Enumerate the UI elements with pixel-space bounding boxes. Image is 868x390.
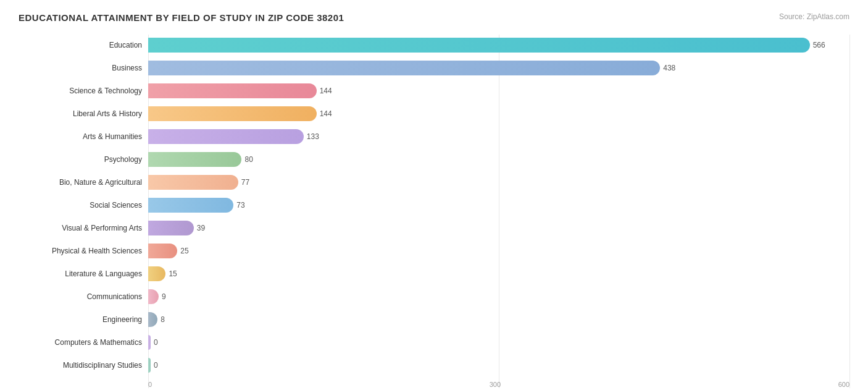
bar-label: Psychology <box>19 155 148 164</box>
bar-area: 144 <box>148 105 849 122</box>
bar-area: 144 <box>148 82 849 100</box>
bar-fill: 80 <box>148 152 241 167</box>
bar-fill: 25 <box>148 244 177 258</box>
chart-wrapper: Education566Business438Science & Technol… <box>19 35 849 388</box>
bar-label: Engineering <box>19 315 148 324</box>
bar-label: Computers & Mathematics <box>19 338 148 347</box>
bar-area: 133 <box>148 128 849 145</box>
bar-value-label: 133 <box>307 132 319 141</box>
axis-label-600: 600 <box>838 381 849 388</box>
bar-value-label: 39 <box>197 224 205 232</box>
bar-fill: 9 <box>148 289 159 304</box>
bar-label: Physical & Health Sciences <box>19 247 148 255</box>
bar-area: 77 <box>148 174 849 191</box>
bar-label: Liberal Arts & History <box>19 109 148 118</box>
bar-area: 15 <box>148 265 849 282</box>
axis-label-0: 0 <box>148 381 152 388</box>
bar-area: 0 <box>148 357 849 374</box>
bar-row: Business438 <box>19 57 849 78</box>
bar-row: Communications9 <box>19 286 849 307</box>
bar-row: Bio, Nature & Agricultural77 <box>19 172 849 193</box>
bars-container: Education566Business438Science & Technol… <box>19 35 849 376</box>
bar-label: Literature & Languages <box>19 269 148 278</box>
bar-fill: 566 <box>148 38 810 53</box>
bar-row: Literature & Languages15 <box>19 263 849 284</box>
bar-value-label: 8 <box>161 315 165 324</box>
bar-fill: 73 <box>148 198 233 213</box>
bar-row: Multidisciplinary Studies0 <box>19 355 849 376</box>
bar-fill: 8 <box>148 312 157 327</box>
bar-fill: 0 <box>148 335 151 350</box>
bar-label: Communications <box>19 292 148 301</box>
bar-value-label: 0 <box>154 338 158 347</box>
bar-value-label: 15 <box>169 269 177 278</box>
bar-label: Bio, Nature & Agricultural <box>19 178 148 187</box>
bar-value-label: 25 <box>180 247 188 255</box>
bar-area: 39 <box>148 219 849 237</box>
bar-row: Computers & Mathematics0 <box>19 332 849 353</box>
bar-fill: 39 <box>148 221 194 235</box>
bar-fill: 77 <box>148 175 238 190</box>
bar-label: Science & Technology <box>19 87 148 95</box>
bar-fill: 438 <box>148 61 660 75</box>
bar-fill: 133 <box>148 129 304 144</box>
bar-row: Liberal Arts & History144 <box>19 103 849 124</box>
bar-area: 80 <box>148 151 849 168</box>
bar-label: Visual & Performing Arts <box>19 224 148 232</box>
bar-fill: 0 <box>148 358 151 373</box>
bar-fill: 15 <box>148 266 165 281</box>
grid-line-600 <box>849 35 850 388</box>
bar-row: Science & Technology144 <box>19 80 849 101</box>
bar-value-label: 144 <box>320 87 332 95</box>
bar-label: Arts & Humanities <box>19 132 148 141</box>
bar-row: Physical & Health Sciences25 <box>19 240 849 261</box>
bar-label: Multidisciplinary Studies <box>19 361 148 370</box>
bar-fill: 144 <box>148 83 317 98</box>
source-label: Source: ZipAtlas.com <box>779 12 849 21</box>
bar-row: Engineering8 <box>19 309 849 330</box>
axis-label-300: 300 <box>490 381 501 388</box>
axis-container: 0 300 600 <box>148 378 849 388</box>
bar-label: Business <box>19 64 148 72</box>
bar-value-label: 77 <box>241 178 249 187</box>
bar-value-label: 0 <box>154 361 158 370</box>
bar-row: Social Sciences73 <box>19 195 849 216</box>
bar-area: 9 <box>148 288 849 305</box>
bar-row: Visual & Performing Arts39 <box>19 218 849 239</box>
bar-area: 566 <box>148 36 849 54</box>
bar-fill: 144 <box>148 106 317 121</box>
bar-area: 0 <box>148 334 849 351</box>
bar-value-label: 566 <box>813 41 825 49</box>
bar-value-label: 144 <box>320 109 332 118</box>
bar-label: Social Sciences <box>19 201 148 210</box>
bar-area: 8 <box>148 311 849 328</box>
bar-row: Education566 <box>19 35 849 56</box>
chart-title: EDUCATIONAL ATTAINMENT BY FIELD OF STUDY… <box>19 12 344 23</box>
bar-area: 73 <box>148 197 849 214</box>
bar-label: Education <box>19 41 148 49</box>
bar-area: 25 <box>148 242 849 260</box>
bar-row: Arts & Humanities133 <box>19 126 849 147</box>
bar-value-label: 438 <box>663 64 675 72</box>
bar-value-label: 73 <box>236 201 244 210</box>
bar-area: 438 <box>148 59 849 77</box>
bar-value-label: 9 <box>162 292 166 301</box>
bar-row: Psychology80 <box>19 149 849 170</box>
bar-value-label: 80 <box>244 155 252 164</box>
